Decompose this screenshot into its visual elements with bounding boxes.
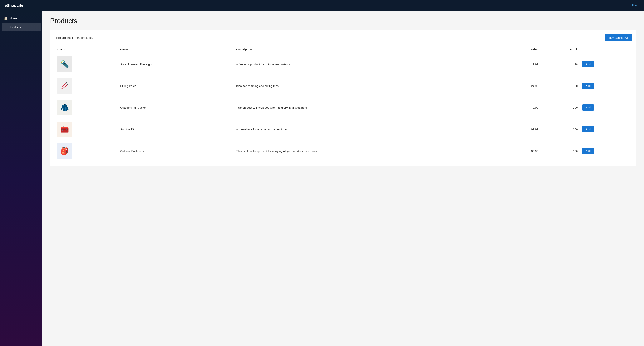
table-row: 🥢Hiking PolesIdeal for camping and hikin… (54, 75, 632, 97)
product-description-hiking-poles: Ideal for camping and hiking trips (234, 75, 503, 97)
buy-basket-button[interactable]: Buy Basket (0) (605, 34, 632, 41)
products-container: Here are the current products. Buy Baske… (50, 29, 636, 167)
product-stock-flashlight: 98 (540, 53, 580, 75)
product-image-hiking-poles: 🥢 (54, 75, 118, 97)
product-name-backpack: Outdoor Backpack (118, 140, 234, 162)
home-icon: 🏠 (4, 16, 8, 20)
add-button-survival-kit[interactable]: Add (582, 126, 594, 132)
table-row: 🧰Survival KitA must-have for any outdoor… (54, 119, 632, 140)
main-layout: 🏠 Home ☰ Products Products Here are the … (0, 11, 644, 346)
product-name-hiking-poles: Hiking Poles (118, 75, 234, 97)
product-action-rain-jacket: Add (580, 97, 632, 119)
product-stock-rain-jacket: 100 (540, 97, 580, 119)
product-stock-hiking-poles: 100 (540, 75, 580, 97)
sidebar: 🏠 Home ☰ Products (0, 11, 42, 346)
page-title: Products (50, 17, 636, 25)
add-button-rain-jacket[interactable]: Add (582, 104, 594, 111)
sidebar-item-home-label: Home (10, 17, 17, 20)
sidebar-item-products[interactable]: ☰ Products (2, 23, 41, 31)
sidebar-item-home[interactable]: 🏠 Home (0, 14, 42, 23)
product-image-backpack: 🎒 (54, 140, 118, 162)
product-img-placeholder-survival-kit: 🧰 (57, 122, 72, 137)
col-image: Image (54, 46, 118, 53)
product-description-survival-kit: A must-have for any outdoor adventurer (234, 119, 503, 140)
product-price-survival-kit: 99.99 (503, 119, 540, 140)
products-table: Image Name Description Price Stock 🔦Sola… (54, 46, 632, 162)
col-name: Name (118, 46, 234, 53)
product-img-placeholder-hiking-poles: 🥢 (57, 78, 72, 94)
sidebar-item-products-label: Products (10, 25, 21, 29)
product-image-survival-kit: 🧰 (54, 119, 118, 140)
product-img-placeholder-flashlight: 🔦 (57, 56, 72, 72)
col-stock: Stock (540, 46, 580, 53)
product-img-placeholder-backpack: 🎒 (57, 143, 72, 159)
product-description-backpack: This backpack is perfect for carrying al… (234, 140, 503, 162)
col-description: Description (234, 46, 503, 53)
product-action-backpack: Add (580, 140, 632, 162)
top-navbar: eShopLite About (0, 0, 644, 11)
table-row: 🧥Outdoor Rain JacketThis product will ke… (54, 97, 632, 119)
products-header: Here are the current products. Buy Baske… (54, 34, 632, 41)
menu-icon: ☰ (4, 25, 8, 29)
product-description-flashlight: A fantastic product for outdoor enthusia… (234, 53, 503, 75)
add-button-hiking-poles[interactable]: Add (582, 83, 594, 89)
product-name-flashlight: Solar Powered Flashlight (118, 53, 234, 75)
product-action-survival-kit: Add (580, 119, 632, 140)
product-stock-backpack: 100 (540, 140, 580, 162)
product-price-backpack: 39.99 (503, 140, 540, 162)
brand-logo: eShopLite (4, 3, 23, 8)
product-name-survival-kit: Survival Kit (118, 119, 234, 140)
table-header-row: Image Name Description Price Stock (54, 46, 632, 53)
col-action (580, 46, 632, 53)
product-action-hiking-poles: Add (580, 75, 632, 97)
add-button-flashlight[interactable]: Add (582, 61, 594, 67)
product-description-rain-jacket: This product will keep you warm and dry … (234, 97, 503, 119)
product-action-flashlight: Add (580, 53, 632, 75)
about-link[interactable]: About (631, 4, 640, 7)
product-price-hiking-poles: 24.99 (503, 75, 540, 97)
product-price-flashlight: 19.99 (503, 53, 540, 75)
products-subtitle: Here are the current products. (54, 36, 93, 39)
product-stock-survival-kit: 100 (540, 119, 580, 140)
table-row: 🔦Solar Powered FlashlightA fantastic pro… (54, 53, 632, 75)
main-content: Products Here are the current products. … (42, 11, 644, 346)
product-name-rain-jacket: Outdoor Rain Jacket (118, 97, 234, 119)
product-image-flashlight: 🔦 (54, 53, 118, 75)
col-price: Price (503, 46, 540, 53)
product-img-placeholder-rain-jacket: 🧥 (57, 100, 72, 115)
product-price-rain-jacket: 49.99 (503, 97, 540, 119)
add-button-backpack[interactable]: Add (582, 148, 594, 154)
table-row: 🎒Outdoor BackpackThis backpack is perfec… (54, 140, 632, 162)
product-image-rain-jacket: 🧥 (54, 97, 118, 119)
